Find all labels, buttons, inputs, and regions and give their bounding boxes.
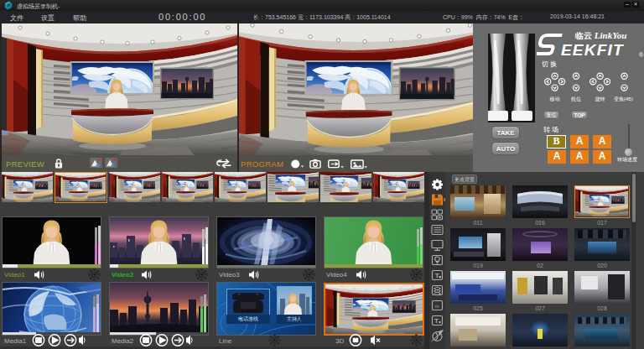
- svg-text:移动: 移动: [550, 96, 560, 102]
- svg-text:T: T: [434, 317, 439, 325]
- svg-text:m: m: [435, 304, 439, 309]
- svg-text:®: ®: [639, 52, 644, 58]
- svg-text:T: T: [435, 272, 439, 279]
- svg-text:旋转: 旋转: [595, 96, 605, 102]
- svg-text:变焦(45): 变焦(45): [614, 96, 633, 102]
- svg-text:机位: 机位: [571, 96, 581, 102]
- svg-text:EEKFIT: EEKFIT: [561, 41, 624, 59]
